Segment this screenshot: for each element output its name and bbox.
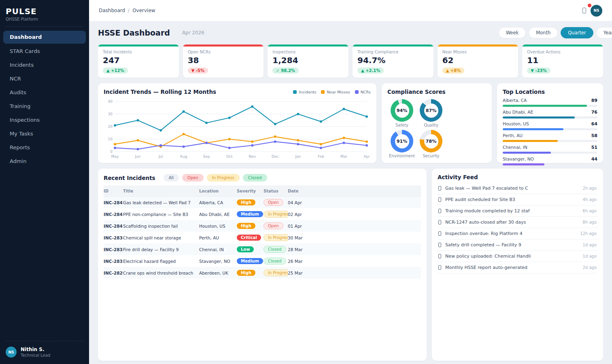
filter-chip-all[interactable]: All [164, 174, 179, 182]
sidebar-item-star-cards[interactable]: STAR Cards [3, 45, 86, 57]
incident-row[interactable]: INC-2841Scaffolding inspection failHoust… [104, 220, 421, 232]
incident-location: Stavanger, NO [199, 255, 237, 267]
incident-id-link[interactable]: INC-2831 [104, 255, 123, 267]
status-badge: In Progress [264, 234, 288, 241]
page-period: Apr 2026 [182, 30, 204, 36]
severity-badge: Low [237, 246, 254, 252]
svg-text:30: 30 [108, 112, 113, 116]
activity-item[interactable]: Safety drill completed — Facility 91d ag… [438, 239, 597, 251]
location-bar-track [503, 116, 597, 119]
incident-date: 02 Apr [288, 208, 421, 220]
activity-time: 6h ago [583, 209, 597, 213]
incident-row[interactable]: INC-2847Gas leak detected — Well Pad 7Al… [104, 197, 421, 209]
incident-date: 01 Apr [288, 220, 421, 232]
incident-id-link[interactable]: INC-2847 [104, 197, 123, 209]
incident-id-link[interactable]: INC-2835 [104, 243, 123, 255]
brand-name: PULSE [6, 6, 83, 16]
kpi-delta-badge: ▲ +2.1% [357, 68, 384, 74]
donut-ring: 78% [420, 130, 442, 152]
sidebar: PULSE QHSSE Platform DashboardSTAR Cards… [0, 0, 89, 364]
bell-icon[interactable] [582, 8, 586, 13]
activity-text: Gas leak — Well Pad 7 escalated to C [445, 186, 579, 191]
sidebar-item-my-tasks[interactable]: My Tasks [3, 128, 86, 140]
sidebar-item-inspections[interactable]: Inspections [3, 114, 86, 126]
incident-id-link[interactable]: INC-2838 [104, 232, 123, 243]
incident-title: Crane ops wind threshold breach [123, 267, 199, 279]
content: HSSE Dashboard Apr 2026 WeekMonthQuarter… [89, 21, 612, 364]
incident-title: PPE non-compliance — Site B3 [123, 208, 199, 220]
activity-item[interactable]: New policy uploaded: Chemical Handli1d a… [438, 251, 597, 262]
kpi-card-overdue-actions: Overdue Actions11▼ -23% [522, 44, 603, 78]
legend-swatch-icon [321, 90, 325, 94]
location-bar-fill [503, 140, 558, 142]
incident-filters: AllOpenIn ProgressClosed [164, 174, 267, 182]
activity-item[interactable]: NCR-1247 auto-closed after 30 days8h ago [438, 217, 597, 228]
activity-item[interactable]: Gas leak — Well Pad 7 escalated to C2h a… [438, 183, 597, 194]
legend-label: Incidents [299, 90, 316, 94]
status-badge: Closed [264, 246, 286, 253]
location-bar-fill [503, 163, 544, 165]
incident-id-link[interactable]: INC-2841 [104, 220, 123, 232]
donut-value: 87% [424, 104, 438, 118]
breadcrumb-dashboard[interactable]: Dashboard [99, 8, 125, 13]
kpi-delta-badge: ▼ -23% [527, 68, 550, 74]
incident-row[interactable]: INC-2831Electrical hazard flaggedStavang… [104, 255, 421, 267]
incident-row[interactable]: INC-2838Chemical spill near storagePerth… [104, 232, 421, 243]
sidebar-item-training[interactable]: Training [3, 100, 86, 112]
filter-chip-closed[interactable]: Closed [243, 174, 267, 182]
user-name: Nithin S. [21, 347, 50, 352]
location-value: 58 [591, 133, 597, 138]
range-week[interactable]: Week [499, 27, 526, 38]
svg-text:Jul: Jul [158, 154, 163, 159]
sidebar-item-audits[interactable]: Audits [3, 87, 86, 99]
activity-item[interactable]: Monthly HSSE report auto-generated2d ago [438, 262, 597, 273]
filter-chip-open[interactable]: Open [182, 174, 204, 182]
activity-item[interactable]: Training module completed by 12 staf6h a… [438, 205, 597, 217]
svg-text:Apr: Apr [363, 154, 370, 159]
location-row-stavanger-no: Stavanger, NO44 [503, 157, 597, 165]
incident-id-link[interactable]: INC-2843 [104, 208, 123, 220]
incident-row[interactable]: INC-2843PPE non-compliance — Site B3Abu … [104, 208, 421, 220]
sidebar-item-admin[interactable]: Admin [3, 155, 86, 167]
topbar: Dashboard / Overview NS [89, 0, 612, 21]
kpi-row: Total Incidents247▲ +12%Open NCRs38▼ -5%… [98, 44, 603, 78]
severity-badge: High [237, 223, 255, 229]
incident-row[interactable]: INC-2829Crane ops wind threshold breachA… [104, 267, 421, 279]
sidebar-item-ncr[interactable]: NCR [3, 73, 86, 85]
activity-icon [438, 197, 441, 202]
column-header-location: Location [199, 186, 237, 197]
range-month[interactable]: Month [529, 27, 558, 38]
location-row-houston-us: Houston, US64 [503, 121, 597, 130]
range-year[interactable]: Year [596, 27, 612, 38]
filter-chip-in-progress[interactable]: In Progress [207, 174, 240, 182]
topbar-avatar[interactable]: NS [591, 5, 602, 17]
sidebar-item-reports[interactable]: Reports [3, 142, 86, 154]
activity-item[interactable]: PPE audit scheduled for Site B34h ago [438, 194, 597, 205]
activity-icon [438, 186, 441, 190]
trend-line-chart: 010203040MayJunJulAugSepOctNovDecJanFebM… [104, 95, 371, 161]
sidebar-item-dashboard[interactable]: Dashboard [3, 31, 86, 44]
kpi-value: 94.7% [357, 55, 429, 65]
incident-table: IDTitleLocationSeverityStatusDateINC-284… [104, 186, 421, 279]
location-bar-fill [503, 128, 563, 130]
incident-date: 28 Mar [288, 243, 421, 255]
range-quarter[interactable]: Quarter [561, 27, 593, 38]
activity-text: Inspection overdue: Rig Platform 4 [445, 231, 576, 236]
location-name: Perth, AU [503, 133, 523, 138]
activity-item[interactable]: Inspection overdue: Rig Platform 412h ag… [438, 228, 597, 239]
sidebar-nav: DashboardSTAR CardsIncidentsNCRAuditsTra… [0, 31, 89, 169]
sidebar-item-incidents[interactable]: Incidents [3, 59, 86, 71]
legend-ncrs: NCRs [355, 90, 371, 94]
incident-row[interactable]: INC-2835Fire drill delay — Facility 9Che… [104, 243, 421, 255]
incident-id-link[interactable]: INC-2829 [104, 267, 123, 279]
activity-text: Training module completed by 12 staf [445, 208, 579, 214]
svg-text:40: 40 [108, 99, 113, 104]
compliance-title: Compliance Scores [387, 89, 486, 95]
kpi-value: 1,284 [272, 55, 344, 65]
compliance-donut-quality: 87%Quality [416, 99, 446, 127]
brand: PULSE QHSSE Platform [0, 0, 89, 26]
kpi-card-open-ncrs: Open NCRs38▼ -5% [183, 44, 264, 78]
sidebar-user[interactable]: NS Nithin S. Technical Lead [6, 341, 83, 364]
legend-incidents: Incidents [293, 90, 316, 94]
activity-time: 1d ago [583, 243, 597, 247]
